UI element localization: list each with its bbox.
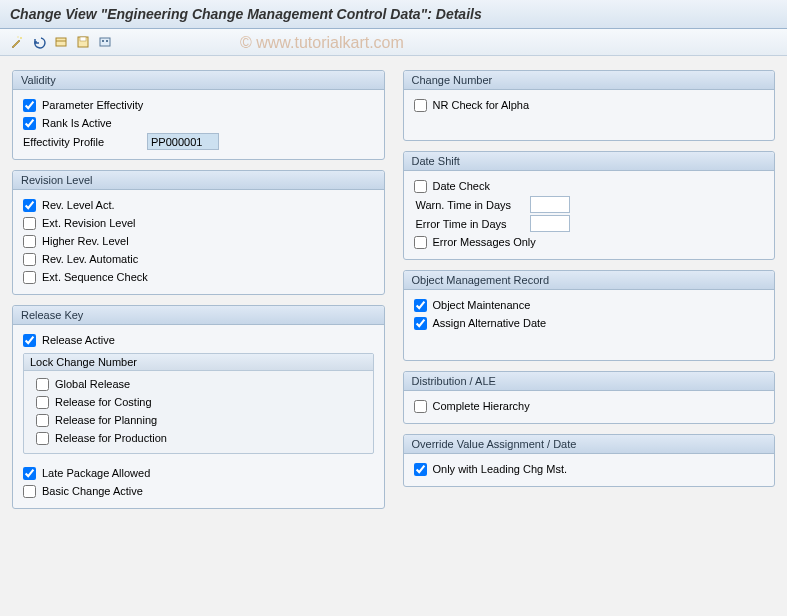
- lbl-rev-level-act: Rev. Level Act.: [42, 199, 115, 211]
- group-distribution: Distribution / ALE Complete Hierarchy: [403, 371, 776, 424]
- group-override: Override Value Assignment / Date Only wi…: [403, 434, 776, 487]
- lbl-eff-profile: Effectivity Profile: [23, 136, 143, 148]
- svg-rect-8: [106, 40, 108, 42]
- svg-rect-2: [56, 38, 66, 46]
- input-eff-profile[interactable]: [147, 133, 219, 150]
- lbl-error-msg-only: Error Messages Only: [433, 236, 536, 248]
- chk-rel-production[interactable]: [36, 432, 49, 445]
- chk-obj-maint[interactable]: [414, 299, 427, 312]
- config-icon[interactable]: [96, 33, 114, 51]
- group-header-override: Override Value Assignment / Date: [404, 435, 775, 454]
- group-header-validity: Validity: [13, 71, 384, 90]
- lbl-param-effectivity: Parameter Effectivity: [42, 99, 143, 111]
- group-header-omr: Object Management Record: [404, 271, 775, 290]
- undo-icon[interactable]: [30, 33, 48, 51]
- chk-date-check[interactable]: [414, 180, 427, 193]
- lbl-rev-auto: Rev. Lev. Automatic: [42, 253, 138, 265]
- right-column: Change Number NR Check for Alpha Date Sh…: [403, 70, 776, 509]
- lbl-obj-maint: Object Maintenance: [433, 299, 531, 311]
- chk-ext-rev-level[interactable]: [23, 217, 36, 230]
- lbl-warn-time: Warn. Time in Days: [416, 199, 526, 211]
- chk-only-leading[interactable]: [414, 463, 427, 476]
- chk-higher-rev[interactable]: [23, 235, 36, 248]
- wand-icon[interactable]: [8, 33, 26, 51]
- lbl-higher-rev: Higher Rev. Level: [42, 235, 129, 247]
- left-column: Validity Parameter Effectivity Rank Is A…: [12, 70, 385, 509]
- chk-rel-planning[interactable]: [36, 414, 49, 427]
- group-revision-level: Revision Level Rev. Level Act. Ext. Revi…: [12, 170, 385, 295]
- box-icon[interactable]: [52, 33, 70, 51]
- lbl-rank-active: Rank Is Active: [42, 117, 112, 129]
- toolbar: [0, 29, 787, 56]
- page-title: Change View "Engineering Change Manageme…: [0, 0, 787, 29]
- svg-point-1: [17, 36, 18, 37]
- lbl-nr-check: NR Check for Alpha: [433, 99, 530, 111]
- subgroup-lock-change-number: Lock Change Number Global Release Releas…: [23, 353, 374, 454]
- chk-nr-check[interactable]: [414, 99, 427, 112]
- group-release-key: Release Key Release Active Lock Change N…: [12, 305, 385, 509]
- input-warn-time[interactable]: [530, 196, 570, 213]
- chk-assign-alt[interactable]: [414, 317, 427, 330]
- lbl-basic-change: Basic Change Active: [42, 485, 143, 497]
- lbl-ext-seq: Ext. Sequence Check: [42, 271, 148, 283]
- lbl-rel-costing: Release for Costing: [55, 396, 152, 408]
- chk-ext-seq[interactable]: [23, 271, 36, 284]
- lbl-late-pkg: Late Package Allowed: [42, 467, 150, 479]
- svg-rect-7: [102, 40, 104, 42]
- group-header-revision: Revision Level: [13, 171, 384, 190]
- chk-rel-costing[interactable]: [36, 396, 49, 409]
- lbl-ext-rev-level: Ext. Revision Level: [42, 217, 136, 229]
- chk-param-effectivity[interactable]: [23, 99, 36, 112]
- subgroup-header-lock: Lock Change Number: [24, 354, 373, 371]
- lbl-error-time: Error Time in Days: [416, 218, 526, 230]
- group-header-change-number: Change Number: [404, 71, 775, 90]
- chk-rank-active[interactable]: [23, 117, 36, 130]
- chk-global-release[interactable]: [36, 378, 49, 391]
- group-header-date-shift: Date Shift: [404, 152, 775, 171]
- lbl-assign-alt: Assign Alternative Date: [433, 317, 547, 329]
- group-header-distribution: Distribution / ALE: [404, 372, 775, 391]
- group-date-shift: Date Shift Date Check Warn. Time in Days…: [403, 151, 776, 260]
- lbl-complete-hier: Complete Hierarchy: [433, 400, 530, 412]
- chk-rev-level-act[interactable]: [23, 199, 36, 212]
- chk-release-active[interactable]: [23, 334, 36, 347]
- svg-point-0: [20, 37, 22, 39]
- chk-basic-change[interactable]: [23, 485, 36, 498]
- svg-rect-6: [100, 38, 110, 46]
- lbl-only-leading: Only with Leading Chg Mst.: [433, 463, 568, 475]
- chk-error-msg-only[interactable]: [414, 236, 427, 249]
- save-icon[interactable]: [74, 33, 92, 51]
- chk-late-pkg[interactable]: [23, 467, 36, 480]
- lbl-rel-planning: Release for Planning: [55, 414, 157, 426]
- svg-rect-5: [80, 37, 86, 41]
- group-omr: Object Management Record Object Maintena…: [403, 270, 776, 361]
- group-header-release: Release Key: [13, 306, 384, 325]
- chk-rev-auto[interactable]: [23, 253, 36, 266]
- group-validity: Validity Parameter Effectivity Rank Is A…: [12, 70, 385, 160]
- lbl-rel-production: Release for Production: [55, 432, 167, 444]
- content-area: Validity Parameter Effectivity Rank Is A…: [0, 56, 787, 523]
- chk-complete-hier[interactable]: [414, 400, 427, 413]
- lbl-date-check: Date Check: [433, 180, 490, 192]
- group-change-number: Change Number NR Check for Alpha: [403, 70, 776, 141]
- input-error-time[interactable]: [530, 215, 570, 232]
- lbl-release-active: Release Active: [42, 334, 115, 346]
- lbl-global-release: Global Release: [55, 378, 130, 390]
